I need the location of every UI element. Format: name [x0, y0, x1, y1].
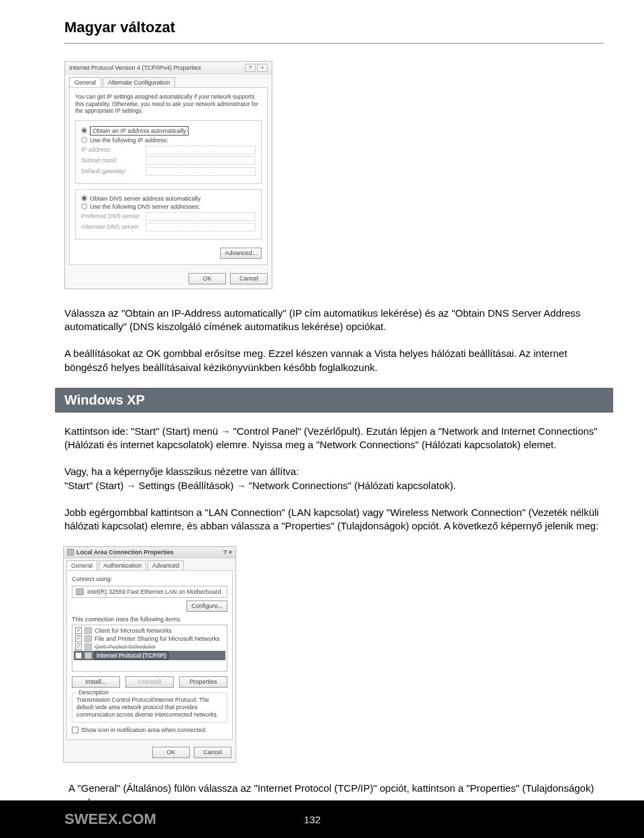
properties-button[interactable]: Properties — [179, 676, 227, 688]
description-group: Description Transmission Control Protoco… — [72, 692, 227, 723]
checkbox-icon[interactable]: ✓ — [75, 635, 82, 642]
radio-icon — [81, 203, 87, 209]
item-label: Client for Microsoft Networks — [95, 627, 172, 634]
service-icon — [85, 643, 92, 650]
nic-name: Intel(R) 32559 Fast Ethernet LAN on Moth… — [87, 588, 221, 595]
checkbox-icon[interactable]: ✓ — [75, 652, 82, 659]
uses-label: This connection uses the following items… — [72, 616, 227, 623]
radio-use-dns[interactable]: Use the following DNS server addresses: — [81, 203, 256, 210]
dialog-panel: Connect using: Intel(R) 32559 Fast Ether… — [66, 570, 233, 740]
dns-fieldset: Obtain DNS server address automatically … — [75, 189, 262, 240]
install-button[interactable]: Install... — [72, 676, 120, 688]
body-paragraph: Vagy, ha a képernyője klasszikus nézetre… — [64, 465, 604, 492]
dialog-description: You can get IP settings assigned automat… — [75, 93, 262, 115]
radio-label: Use the following IP address: — [90, 137, 168, 144]
radio-icon — [81, 195, 87, 201]
preferred-dns-field[interactable]: . . . — [146, 212, 256, 221]
alternate-dns-field[interactable]: . . . — [146, 223, 256, 231]
checkbox-label: Show icon in notification area when conn… — [81, 727, 205, 733]
tab-advanced[interactable]: Advanced — [148, 560, 184, 570]
ip-address-field[interactable]: . . . — [146, 146, 256, 154]
dialog-titlebar: Local Area Connection Properties ? × — [64, 547, 235, 558]
arrow-icon: → — [126, 480, 136, 491]
gateway-field[interactable]: . . . — [146, 167, 256, 176]
text-fragment: Vagy, ha a képernyője klasszikus nézetre… — [64, 466, 299, 477]
header-title: Magyar változat — [64, 19, 604, 44]
help-icon[interactable]: ? — [245, 64, 256, 72]
radio-obtain-ip[interactable]: Obtain an IP address automatically — [81, 126, 256, 136]
body-paragraph: Kattintson ide: "Start" (Start) menü → "… — [64, 425, 604, 452]
client-icon — [85, 627, 92, 634]
radio-label: Use the following DNS server addresses: — [90, 203, 200, 210]
field-label: Alternate DNS server: — [81, 223, 146, 230]
checkbox-icon[interactable]: ✓ — [75, 643, 82, 650]
titlebar-icon — [67, 549, 74, 556]
connection-items-list[interactable]: ✓ Client for Microsoft Networks ✓ File a… — [72, 625, 227, 672]
dialog-footer-buttons: OK Cancel — [65, 269, 272, 289]
dialog-titlebar: Internet Protocol Version 4 (TCP/IPv4) P… — [65, 62, 272, 74]
uninstall-button[interactable]: Uninstall — [125, 676, 174, 688]
field-label: Subnet mask: — [81, 157, 146, 164]
close-icon[interactable]: × — [229, 549, 232, 556]
text-fragment: Settings (Beállítások) — [136, 480, 236, 491]
radio-icon — [81, 137, 87, 143]
radio-use-ip[interactable]: Use the following IP address: — [81, 137, 256, 144]
cancel-button[interactable]: Cancel — [194, 747, 231, 758]
text-fragment: "Network Connections" (Hálózati kapcsola… — [246, 480, 455, 491]
ipv4-properties-dialog: Internet Protocol Version 4 (TCP/IPv4) P… — [64, 61, 272, 289]
field-label: Preferred DNS server: — [81, 213, 146, 219]
radio-icon — [81, 127, 87, 134]
protocol-icon — [85, 652, 92, 659]
list-item-selected[interactable]: ✓ Internet Protocol (TCP/IP) — [74, 651, 225, 660]
description-legend: Description — [76, 689, 111, 696]
dialog-tabs: General Alternate Configuration — [65, 74, 272, 87]
nic-icon — [76, 588, 84, 595]
tab-general[interactable]: General — [66, 560, 97, 570]
tab-authentication[interactable]: Authentication — [99, 560, 146, 570]
configure-button[interactable]: Configure... — [186, 600, 227, 612]
list-item[interactable]: ✓ File and Printer Sharing for Microsoft… — [74, 635, 225, 643]
field-label: IP address: — [81, 146, 146, 153]
nic-box: Intel(R) 32559 Fast Ethernet LAN on Moth… — [72, 586, 227, 598]
field-label: Default gateway: — [81, 168, 146, 174]
checkbox-icon[interactable] — [72, 727, 78, 733]
lan-properties-dialog: Local Area Connection Properties ? × Gen… — [63, 546, 236, 763]
checkbox-icon[interactable]: ✓ — [75, 627, 82, 634]
page-footer: SWEEX.COM 132 — [0, 800, 644, 838]
item-buttons-row: Install... Uninstall Properties — [72, 676, 227, 688]
text-fragment: "Start" (Start) — [64, 480, 126, 491]
ok-button[interactable]: OK — [152, 747, 190, 758]
ok-button[interactable]: OK — [189, 273, 226, 284]
row-preferred-dns: Preferred DNS server: . . . — [81, 212, 256, 221]
body-paragraph: Jobb egérgombbal kattintson a "LAN Conne… — [64, 506, 604, 533]
connect-using-label: Connect using: — [72, 576, 227, 582]
arrow-icon: → — [236, 480, 246, 491]
close-icon[interactable]: × — [257, 64, 268, 72]
radio-label: Obtain an IP address automatically — [90, 126, 189, 136]
item-label: Internet Protocol (TCP/IP) — [95, 651, 168, 660]
dialog-title: Local Area Connection Properties — [76, 549, 223, 556]
list-item[interactable]: ✓ QoS Packet Scheduler — [74, 643, 225, 651]
list-item[interactable]: ✓ Client for Microsoft Networks — [74, 627, 225, 635]
tab-alternate-config[interactable]: Alternate Configuration — [103, 77, 175, 87]
radio-obtain-dns[interactable]: Obtain DNS server address automatically — [81, 195, 256, 202]
radio-label: Obtain DNS server address automatically — [90, 195, 201, 202]
advanced-button[interactable]: Advanced... — [220, 248, 262, 259]
footer-brand: SWEEX.COM — [64, 810, 156, 828]
show-icon-checkbox-row[interactable]: Show icon in notification area when conn… — [72, 727, 227, 733]
ip-fieldset: Obtain an IP address automatically Use t… — [75, 120, 262, 184]
row-gateway: Default gateway: . . . — [81, 167, 256, 176]
row-alternate-dns: Alternate DNS server: . . . — [81, 223, 256, 231]
subnet-mask-field[interactable]: . . . — [146, 156, 256, 165]
text-fragment: Kattintson ide: "Start" (Start) menü — [64, 425, 221, 437]
row-subnet-mask: Subnet mask: . . . — [81, 156, 256, 165]
dialog-tabs: General Authentication Advanced — [64, 558, 235, 570]
page-number: 132 — [304, 814, 321, 825]
body-paragraph: Válassza az "Obtain an IP-Address automa… — [64, 307, 604, 334]
help-icon[interactable]: ? — [223, 549, 227, 556]
service-icon — [85, 635, 92, 642]
cancel-button[interactable]: Cancel — [230, 273, 268, 284]
item-label: File and Printer Sharing for Microsoft N… — [95, 635, 220, 642]
tab-general[interactable]: General — [69, 77, 101, 87]
section-heading-winxp: Windows XP — [55, 388, 613, 413]
